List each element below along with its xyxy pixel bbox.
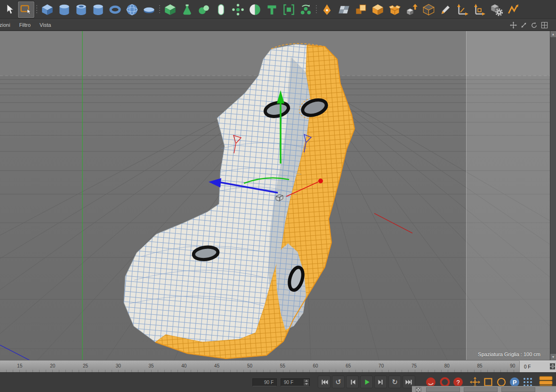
frame-label: 25 xyxy=(69,360,102,372)
sphere-primitive-button[interactable] xyxy=(124,1,140,18)
cylinder-primitive-button[interactable] xyxy=(56,1,73,18)
rotate-view-button[interactable] xyxy=(530,21,538,29)
selection-arrow-tool-button[interactable] xyxy=(1,1,17,18)
arrow-cube-button[interactable] xyxy=(403,1,420,18)
instance-button[interactable] xyxy=(281,1,297,18)
tube-primitive-button[interactable] xyxy=(73,1,89,18)
frame-stepper[interactable] xyxy=(550,363,555,369)
cloner-button[interactable] xyxy=(298,1,314,18)
viewport-overlay-strip xyxy=(466,31,550,360)
gear-cube-icon xyxy=(490,3,503,16)
magnet-button[interactable] xyxy=(505,1,522,18)
live-selection-tool-button[interactable] xyxy=(18,1,34,18)
frame-label: 30 xyxy=(102,360,135,372)
axis-move-icon xyxy=(456,3,469,16)
polygon-plane-icon xyxy=(338,3,350,16)
menu-item-vista[interactable]: Vista xyxy=(40,22,51,28)
viewport-nav-icons xyxy=(509,21,548,29)
goto-start-button[interactable] xyxy=(318,376,330,388)
disc-primitive-button[interactable] xyxy=(141,1,157,18)
current-frame-value: 0 F xyxy=(524,364,531,369)
frame-label: 80 xyxy=(430,360,463,372)
cloner-icon xyxy=(299,3,312,16)
axis-scale-button[interactable] xyxy=(471,1,488,18)
capsule-icon xyxy=(215,3,227,16)
cylinder-primitive-icon xyxy=(58,3,71,16)
frame-label: 50 xyxy=(234,360,266,372)
axis-move-button[interactable] xyxy=(454,1,471,18)
toggle-layout-icon xyxy=(541,22,548,29)
instance-icon xyxy=(282,3,295,16)
viewport-scrollbar[interactable]: ▲ ▼ xyxy=(550,31,556,360)
text-object-icon xyxy=(266,3,278,16)
pencil-icon xyxy=(439,3,452,16)
top-toolbar xyxy=(0,0,556,19)
array-icon xyxy=(232,3,244,16)
viewport-3d[interactable]: Spaziatura Griglia : 100 cm xyxy=(0,31,550,360)
next-frame-button[interactable] xyxy=(374,376,387,388)
array-button[interactable] xyxy=(230,1,246,18)
play-button[interactable] xyxy=(360,376,373,388)
animation-toolbar: 90 F 90 F ↺ ↻ xyxy=(0,372,556,392)
loop-start-field[interactable]: 90 F xyxy=(252,378,277,386)
loop-end-value: 90 F xyxy=(284,380,293,385)
pan-view-icon xyxy=(510,22,517,29)
goto-end-icon xyxy=(405,378,413,386)
loop-icon: ↻ xyxy=(392,378,398,386)
barrel-primitive-button[interactable] xyxy=(90,1,106,18)
current-frame-field[interactable]: 0 F xyxy=(519,360,556,372)
extrude-generator-icon xyxy=(164,3,177,16)
cropped-panel-edge xyxy=(412,386,556,392)
extrude-poly-button[interactable] xyxy=(353,1,369,18)
open-box-icon xyxy=(388,3,401,16)
scroll-down-button[interactable]: ▼ xyxy=(550,354,556,360)
play-backwards-button[interactable]: ↺ xyxy=(332,376,345,388)
extrude-generator-button[interactable] xyxy=(162,1,178,18)
metaball-icon xyxy=(198,3,210,16)
sphere-primitive-icon xyxy=(126,3,138,16)
scroll-up-button[interactable]: ▲ xyxy=(550,31,556,37)
frame-label: 40 xyxy=(168,360,201,372)
boole-icon xyxy=(249,3,261,16)
zoom-view-icon xyxy=(520,22,527,29)
previous-frame-button[interactable] xyxy=(346,376,359,388)
cropped-panel-icon xyxy=(416,387,421,392)
lathe-generator-button[interactable] xyxy=(179,1,195,18)
goto-start-icon xyxy=(321,378,328,386)
pencil-button[interactable] xyxy=(437,1,454,18)
cropped-panel-tab xyxy=(426,387,460,392)
spline-pen-button[interactable] xyxy=(319,1,335,18)
zoom-view-button[interactable] xyxy=(520,21,528,29)
toggle-layout-button[interactable] xyxy=(540,21,548,29)
live-selection-icon xyxy=(20,3,32,16)
tube-primitive-icon xyxy=(75,3,88,16)
boole-button[interactable] xyxy=(247,1,263,18)
polygon-plane-button[interactable] xyxy=(336,1,352,18)
open-box-button[interactable] xyxy=(387,1,403,18)
torus-primitive-button[interactable] xyxy=(107,1,123,18)
metaball-button[interactable] xyxy=(196,1,212,18)
cube-primitive-button[interactable] xyxy=(39,1,56,18)
axis-scale-icon xyxy=(473,3,486,16)
loop-end-stepper[interactable] xyxy=(304,379,309,385)
menu-item-filtro[interactable]: Filtro xyxy=(19,22,31,28)
viewport-menubar: zioni Filtro Vista xyxy=(0,19,556,31)
cropped-panel-tab xyxy=(464,387,498,392)
gear-cube-button[interactable] xyxy=(488,1,505,18)
text-object-button[interactable] xyxy=(264,1,280,18)
cube-poly-icon xyxy=(371,3,384,16)
cropped-panel-tab xyxy=(501,387,535,392)
wire-cube-button[interactable] xyxy=(420,1,437,18)
loop-end-field[interactable]: 90 F xyxy=(281,378,310,386)
frame-label: 70 xyxy=(365,360,398,372)
svg-text:?: ? xyxy=(456,379,459,386)
loop-button[interactable]: ↻ xyxy=(388,376,401,388)
cube-poly-button[interactable] xyxy=(370,1,386,18)
pan-view-button[interactable] xyxy=(509,21,517,29)
next-frame-icon xyxy=(377,378,385,386)
grid-spacing-label: Spaziatura Griglia : 100 cm xyxy=(478,352,540,357)
capsule-button[interactable] xyxy=(213,1,229,18)
disc-primitive-icon xyxy=(143,3,155,16)
menu-item-opzioni[interactable]: zioni xyxy=(0,22,10,28)
timeline-ruler[interactable]: 15202530354045505560657075808590 0 F xyxy=(0,360,556,372)
